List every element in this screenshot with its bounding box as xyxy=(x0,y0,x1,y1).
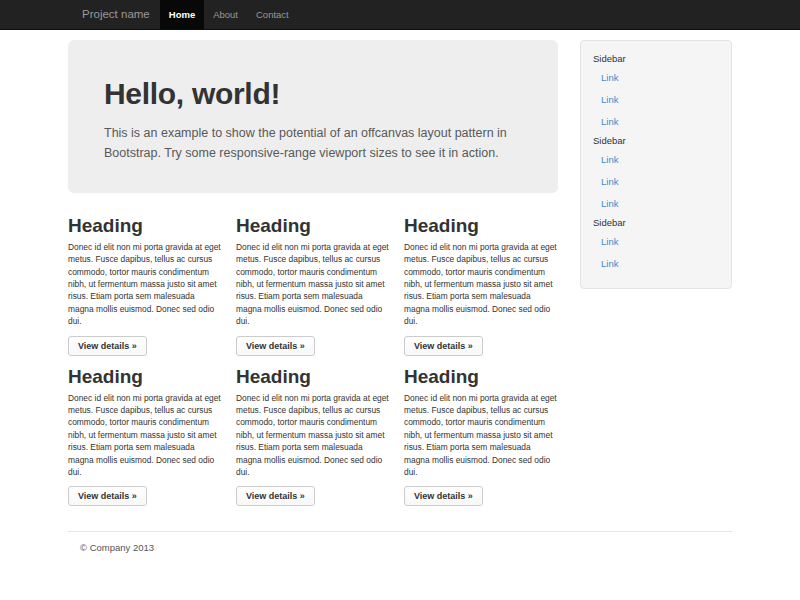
view-details-button[interactable]: View details » xyxy=(236,336,315,356)
nav-link-home[interactable]: Home xyxy=(160,0,204,29)
sidebar-link[interactable]: Link xyxy=(593,110,719,132)
jumbotron: Hello, world! This is an example to show… xyxy=(68,40,558,193)
card-heading: Heading xyxy=(68,366,222,388)
content-card: HeadingDonec id elit non mi porta gravid… xyxy=(404,215,558,356)
view-details-button[interactable]: View details » xyxy=(236,486,315,506)
navbar: Project name HomeAboutContact xyxy=(0,0,800,30)
card-body-text: Donec id elit non mi porta gravida at eg… xyxy=(236,241,390,328)
navbar-menu: HomeAboutContact xyxy=(160,0,298,29)
content-card: HeadingDonec id elit non mi porta gravid… xyxy=(236,366,390,507)
sidebar-group-label: Sidebar xyxy=(593,132,719,148)
copyright-text: © Company 2013 xyxy=(68,542,732,553)
footer: © Company 2013 xyxy=(68,531,732,553)
card-body-text: Donec id elit non mi porta gravida at eg… xyxy=(68,392,222,479)
footer-divider xyxy=(68,531,732,532)
view-details-button[interactable]: View details » xyxy=(68,336,147,356)
card-body-text: Donec id elit non mi porta gravida at eg… xyxy=(404,241,558,328)
cards-row-1: HeadingDonec id elit non mi porta gravid… xyxy=(68,215,558,356)
content-card: HeadingDonec id elit non mi porta gravid… xyxy=(68,366,222,507)
nav-link-contact[interactable]: Contact xyxy=(247,0,298,29)
main-content: Hello, world! This is an example to show… xyxy=(68,40,558,516)
view-details-button[interactable]: View details » xyxy=(404,486,483,506)
content-card: HeadingDonec id elit non mi porta gravid… xyxy=(68,215,222,356)
sidebar-link[interactable]: Link xyxy=(593,66,719,88)
card-heading: Heading xyxy=(68,215,222,237)
card-body-text: Donec id elit non mi porta gravida at eg… xyxy=(404,392,558,479)
card-body-text: Donec id elit non mi porta gravida at eg… xyxy=(236,392,390,479)
card-heading: Heading xyxy=(404,215,558,237)
sidebar-group-label: Sidebar xyxy=(593,214,719,230)
card-heading: Heading xyxy=(404,366,558,388)
view-details-button[interactable]: View details » xyxy=(404,336,483,356)
brand-link[interactable]: Project name xyxy=(68,0,160,29)
sidebar-group-label: Sidebar xyxy=(593,50,719,66)
card-heading: Heading xyxy=(236,366,390,388)
navbar-container: Project name HomeAboutContact xyxy=(68,0,732,29)
sidebar-link[interactable]: Link xyxy=(593,88,719,110)
nav-link-about[interactable]: About xyxy=(204,0,247,29)
sidebar-link[interactable]: Link xyxy=(593,170,719,192)
sidebar-link[interactable]: Link xyxy=(593,192,719,214)
card-body-text: Donec id elit non mi porta gravida at eg… xyxy=(68,241,222,328)
content-row: Hello, world! This is an example to show… xyxy=(68,40,732,516)
content-card: HeadingDonec id elit non mi porta gravid… xyxy=(404,366,558,507)
card-heading: Heading xyxy=(236,215,390,237)
nav-item-about: About xyxy=(204,0,247,29)
sidebar-link[interactable]: Link xyxy=(593,230,719,252)
nav-item-home: Home xyxy=(160,0,204,29)
sidebar-link[interactable]: Link xyxy=(593,148,719,170)
page-title: Hello, world! xyxy=(104,76,522,112)
page-container: Hello, world! This is an example to show… xyxy=(68,40,732,553)
content-card: HeadingDonec id elit non mi porta gravid… xyxy=(236,215,390,356)
cards-row-2: HeadingDonec id elit non mi porta gravid… xyxy=(68,366,558,507)
sidebar: SidebarLinkLinkLinkSidebarLinkLinkLinkSi… xyxy=(580,40,732,289)
sidebar-link[interactable]: Link xyxy=(593,252,719,274)
jumbotron-description: This is an example to show the potential… xyxy=(104,123,518,163)
view-details-button[interactable]: View details » xyxy=(68,486,147,506)
nav-item-contact: Contact xyxy=(247,0,298,29)
